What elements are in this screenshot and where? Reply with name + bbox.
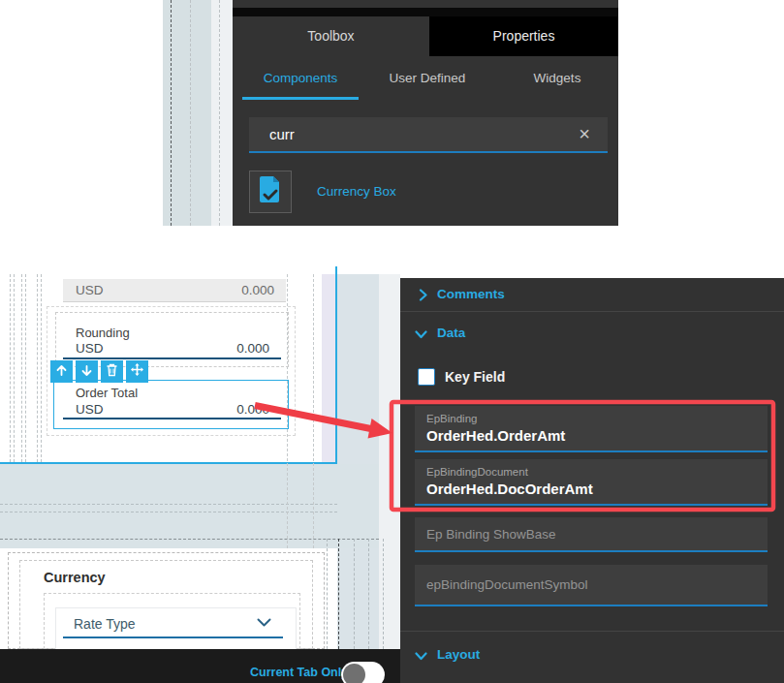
component-result-label[interactable]: Currency Box <box>317 171 396 213</box>
currency-value: 0.000 <box>241 279 274 301</box>
currency-value: 0.000 <box>236 401 269 418</box>
move-icon <box>130 362 144 381</box>
currency-code: USD <box>76 279 104 301</box>
chevron-down-icon[interactable] <box>415 651 427 662</box>
canvas-dashed-guide <box>313 274 314 548</box>
canvas-column-guide <box>211 0 233 226</box>
canvas-row-band <box>0 464 379 548</box>
currency-field-order-total[interactable]: USD 0.000 <box>63 401 281 418</box>
input-value: OrderHed.DocOrderAmt <box>426 481 593 497</box>
key-field-checkbox[interactable] <box>418 368 435 386</box>
canvas-dashed-guide <box>171 0 172 226</box>
divider <box>400 631 784 632</box>
section-layout[interactable]: Layout <box>437 647 480 662</box>
canvas-dashed-guide <box>190 0 191 226</box>
currency-code: USD <box>76 340 104 357</box>
tab-widgets[interactable]: Widgets <box>523 56 591 101</box>
canvas-dashed-guide <box>354 539 355 649</box>
active-tab-underline <box>242 97 359 100</box>
field-underline <box>63 636 283 638</box>
rate-type-dropdown[interactable]: Rate Type <box>74 616 136 632</box>
move-down-icon <box>80 363 93 381</box>
currency-code: USD <box>76 401 104 418</box>
search-input-value: curr <box>269 126 295 142</box>
epbindingdocumentsymbol-input[interactable]: epBindingDocumentSymbol <box>415 565 768 606</box>
chevron-right-icon[interactable] <box>418 289 428 301</box>
tab-components[interactable]: Components <box>242 56 359 101</box>
tab-toolbox[interactable]: Toolbox <box>233 16 429 56</box>
currency-field-label: Order Total <box>76 386 138 400</box>
key-field-label: Key Field <box>445 369 505 385</box>
canvas-dashed-guide <box>41 274 42 462</box>
ep-binding-showbase-input[interactable]: Ep Binding ShowBase <box>415 517 768 552</box>
tab-user-defined[interactable]: User Defined <box>376 56 479 101</box>
currency-field-tax[interactable]: USD 0.000 <box>63 279 286 302</box>
epbindingdocument-input[interactable]: EpBindingDocument OrderHed.DocOrderAmt <box>415 459 768 506</box>
section-data[interactable]: Data <box>437 326 465 340</box>
panel-top-strip <box>233 8 618 16</box>
divider <box>400 311 784 312</box>
field-underline <box>63 418 281 419</box>
canvas-dashed-guide <box>338 539 339 649</box>
toggle-knob[interactable] <box>343 664 365 683</box>
input-value: OrderHed.OrderAmt <box>426 427 565 444</box>
canvas-column-guide <box>337 274 379 649</box>
section-comments[interactable]: Comments <box>437 287 505 301</box>
canvas-dashed-guide <box>327 539 328 649</box>
canvas-dashed-guide <box>10 274 11 462</box>
input-label: EpBinding <box>426 413 477 424</box>
currency-value: 0.000 <box>236 340 269 357</box>
canvas-dashed-guide <box>368 539 369 649</box>
input-placeholder: epBindingDocumentSymbol <box>426 565 588 605</box>
currency-field-rounding[interactable]: USD 0.000 <box>63 340 281 357</box>
input-placeholder: Ep Binding ShowBase <box>426 517 556 550</box>
chevron-down-icon[interactable] <box>415 329 427 340</box>
epbinding-input[interactable]: EpBinding OrderHed.OrderAmt <box>415 406 768 452</box>
tab-properties[interactable]: Properties <box>429 16 618 56</box>
canvas-dashed-guide <box>37 274 38 462</box>
canvas-dashed-guide <box>219 0 220 226</box>
canvas-dashed-guide <box>14 274 15 462</box>
canvas-dashed-guide <box>21 274 22 462</box>
canvas-dashed-guide <box>0 539 379 540</box>
chevron-down-icon[interactable] <box>257 618 271 628</box>
group-title: Currency <box>44 570 106 585</box>
trash-icon <box>106 363 118 381</box>
currency-field-label: Rounding <box>76 326 130 340</box>
current-tab-only-label: Current Tab Only <box>250 666 348 679</box>
field-underline <box>63 357 281 359</box>
toolbox-search-input[interactable]: curr × <box>249 117 608 153</box>
canvas-dashed-guide <box>25 274 26 462</box>
clear-search-icon[interactable]: × <box>573 117 596 151</box>
move-up-icon <box>55 363 68 381</box>
component-result-tile[interactable] <box>249 171 292 213</box>
currency-box-document-icon <box>258 175 283 208</box>
canvas-dashed-guide <box>383 539 384 649</box>
input-label: EpBindingDocument <box>426 466 528 478</box>
toolbox-panel: Toolbox Properties Components User Defin… <box>233 0 618 226</box>
